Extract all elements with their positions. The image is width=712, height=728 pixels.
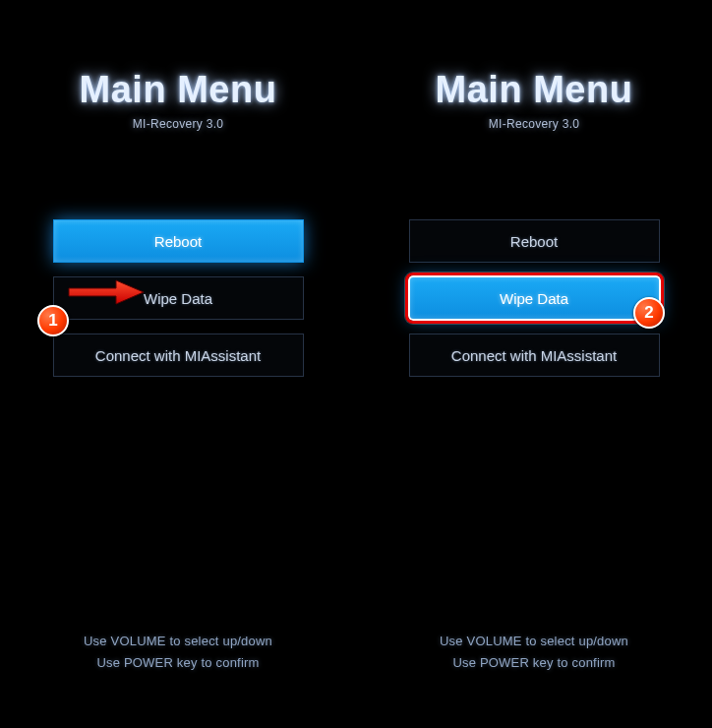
menu-list: Reboot Wipe Data Connect with MIAssistan… [53,219,304,377]
menu-item-wipe-data[interactable]: Wipe Data [53,276,304,320]
menu-item-label: Wipe Data [144,290,212,307]
menu-item-label: Wipe Data [500,290,568,307]
hint-text: Use VOLUME to select up/down Use POWER k… [356,631,712,674]
page-subtitle: MI-Recovery 3.0 [368,117,700,131]
menu-item-wipe-data[interactable]: Wipe Data [409,276,660,320]
menu-item-connect-miassistant[interactable]: Connect with MIAssistant [409,334,660,377]
header: Main Menu MI-Recovery 3.0 [12,69,344,131]
page-title: Main Menu [368,69,700,111]
menu-item-connect-miassistant[interactable]: Connect with MIAssistant [53,334,304,377]
page-title: Main Menu [12,69,344,111]
menu-item-label: Connect with MIAssistant [451,347,617,364]
menu-item-label: Connect with MIAssistant [95,347,261,364]
hint-line-2: Use POWER key to confirm [356,652,712,674]
hint-text: Use VOLUME to select up/down Use POWER k… [0,631,356,674]
menu-item-reboot[interactable]: Reboot [409,219,660,263]
hint-line-1: Use VOLUME to select up/down [0,631,356,652]
menu-item-reboot[interactable]: Reboot [53,219,304,263]
badge-label: 2 [644,303,653,323]
annotation-badge-2: 2 [633,297,665,329]
annotation-badge-1: 1 [37,305,69,336]
header: Main Menu MI-Recovery 3.0 [368,69,700,131]
menu-item-label: Reboot [154,233,202,250]
menu-item-label: Reboot [510,233,558,250]
page-subtitle: MI-Recovery 3.0 [12,117,344,131]
menu-list: Reboot Wipe Data Connect with MIAssistan… [409,219,660,377]
left-recovery-screen: Main Menu MI-Recovery 3.0 Reboot Wipe Da… [0,0,356,728]
hint-line-1: Use VOLUME to select up/down [356,631,712,652]
badge-label: 1 [48,311,57,331]
right-recovery-screen: Main Menu MI-Recovery 3.0 Reboot Wipe Da… [356,0,712,728]
hint-line-2: Use POWER key to confirm [0,652,356,674]
